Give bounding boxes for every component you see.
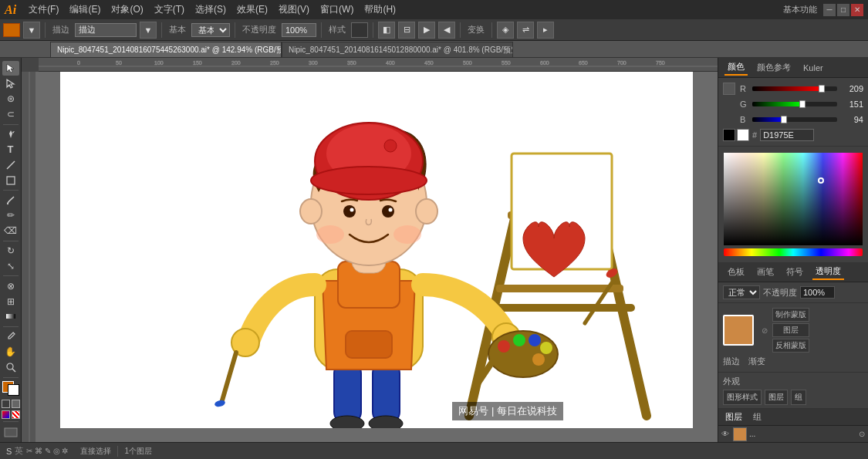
fill-preview[interactable]	[723, 315, 754, 346]
hand-btn[interactable]: ✋	[2, 345, 19, 359]
paintbrush-btn[interactable]	[2, 193, 19, 208]
menu-edit[interactable]: 编辑(E)	[65, 2, 105, 18]
flip-btn[interactable]: ⇌	[517, 22, 534, 39]
svg-text:550: 550	[502, 60, 511, 66]
stroke-input[interactable]	[75, 23, 137, 37]
layers-tab[interactable]: 图层	[723, 410, 745, 424]
svg-point-55	[300, 199, 322, 224]
brush-tab[interactable]: 画笔	[754, 265, 777, 279]
layer-lock-1[interactable]: ⊙	[859, 430, 865, 438]
transparency-tab[interactable]: 透明度	[812, 264, 844, 280]
menu-effect[interactable]: 效果(E)	[232, 2, 272, 18]
illustration	[60, 72, 693, 428]
menu-file[interactable]: 文件(F)	[24, 2, 63, 18]
align-more-btn[interactable]: ◀	[438, 22, 455, 39]
pen-btn[interactable]	[2, 127, 19, 141]
menu-select[interactable]: 选择(S)	[191, 2, 231, 18]
svg-rect-35	[334, 362, 361, 424]
b-slider-row: B 94	[723, 113, 863, 126]
pattern-fill-btn[interactable]	[12, 410, 20, 419]
layers-list: 👁 ... ⊙ 👁 ... ⊙ 👁 ... ⊙	[718, 426, 868, 442]
menu-text[interactable]: 文字(T)	[150, 2, 189, 18]
rect-btn[interactable]	[2, 173, 19, 187]
minimize-button[interactable]: ─	[823, 4, 836, 16]
menu-view[interactable]: 视图(V)	[274, 2, 314, 18]
g-slider[interactable]	[752, 102, 837, 106]
svg-rect-36	[373, 362, 400, 424]
color-gradient-picker[interactable]	[724, 153, 863, 245]
direct-selection-btn[interactable]	[2, 76, 19, 91]
color-preview-box[interactable]	[723, 83, 735, 95]
line-btn[interactable]	[2, 157, 19, 172]
pencil-btn[interactable]: ✏	[2, 208, 19, 223]
white-swatch[interactable]	[737, 129, 749, 141]
gradient-btn[interactable]	[2, 309, 19, 324]
doc-tab-1-label: Nipic_8047451_20140816075445263000.ai* @…	[57, 45, 282, 56]
black-swatch[interactable]	[723, 129, 735, 141]
opacity-value-input[interactable]: 100%	[800, 286, 835, 299]
hue-bar[interactable]	[724, 248, 863, 256]
maximize-button[interactable]: □	[837, 4, 849, 16]
more-btn[interactable]: ▸	[537, 22, 554, 39]
style-btn[interactable]	[351, 22, 368, 38]
rotate-btn[interactable]: ↻	[2, 244, 19, 258]
r-value: 209	[840, 84, 863, 93]
close-button[interactable]: ✕	[851, 4, 863, 16]
svg-point-48	[513, 334, 525, 346]
group-tab[interactable]: 组	[751, 410, 764, 424]
ruler-corner	[22, 58, 39, 72]
eraser-btn[interactable]: ⌫	[2, 224, 19, 238]
stroke-style-select[interactable]: 基本	[191, 23, 230, 37]
menu-window[interactable]: 窗口(W)	[316, 2, 358, 18]
doc-tab-1[interactable]: Nipic_8047451_20140816075445263000.ai* @…	[50, 42, 282, 57]
canvas-area[interactable]: 0 50 100 150 200 250 300 350 400 450 500…	[22, 58, 718, 442]
stroke-more-btn[interactable]: ▼	[140, 22, 157, 39]
kuler-tab[interactable]: Kuler	[800, 62, 826, 74]
svg-point-3	[7, 363, 13, 370]
layer-row-1[interactable]: 👁 ... ⊙	[718, 426, 868, 442]
edit-btn[interactable]: 图层	[772, 323, 809, 337]
make-mask-btn[interactable]: 制作蒙版	[772, 308, 809, 322]
stroke-color-btn[interactable]	[3, 23, 20, 37]
doc-tab-2[interactable]: Nipic_8047451_20140816145012880000.ai* @…	[282, 42, 513, 57]
zoom-btn[interactable]	[2, 360, 19, 375]
mesh-btn[interactable]: ⊞	[2, 294, 19, 309]
align-left-btn[interactable]: ◧	[378, 22, 395, 39]
main-toolbar: ▼ 描边 ▼ 基本 基本 不透明度 样式 ◧ ⊟ ▶ ◀ 变换 ◈ ⇌ ▸	[0, 19, 868, 41]
lasso-btn[interactable]: ⊂	[2, 107, 19, 122]
status-separator	[117, 446, 118, 457]
svg-text:400: 400	[386, 60, 395, 66]
invert-mask-btn[interactable]: 反相蒙版	[772, 339, 809, 353]
stroke-style-btn[interactable]: ▼	[23, 22, 40, 39]
swatch-tab[interactable]: 色板	[724, 265, 748, 279]
hex-input[interactable]	[760, 129, 814, 141]
background-color[interactable]	[8, 384, 19, 396]
b-slider[interactable]	[752, 117, 837, 122]
no-color-btn[interactable]	[12, 400, 20, 408]
layer-visibility-1[interactable]: 👁	[721, 430, 731, 438]
gradient-fill-btn[interactable]	[2, 410, 10, 419]
canvas-viewport[interactable]	[35, 72, 718, 428]
color-tab[interactable]: 颜色	[724, 59, 748, 76]
r-slider[interactable]	[752, 86, 837, 91]
color-boxes[interactable]	[2, 381, 19, 396]
type-btn[interactable]: T	[2, 142, 19, 157]
scale-btn[interactable]: ⤡	[2, 258, 19, 273]
align-center-btn[interactable]: ⊟	[398, 22, 415, 39]
eyedropper-btn[interactable]	[2, 329, 19, 344]
opacity-section: 正常 不透明度 100%	[718, 282, 868, 303]
color-reference-tab[interactable]: 颜色参考	[754, 60, 794, 75]
graphic-style-btn[interactable]: 图形样式	[723, 390, 762, 405]
menu-help[interactable]: 帮助(H)	[360, 2, 400, 18]
color-mode-btn[interactable]	[2, 400, 10, 408]
selection-tool-btn[interactable]	[2, 61, 19, 76]
blend-mode-select[interactable]: 正常	[723, 285, 760, 299]
arrange-btn[interactable]: ◈	[497, 22, 514, 39]
magic-wand-btn[interactable]: ⊛	[2, 92, 19, 106]
align-right-btn[interactable]: ▶	[418, 22, 435, 39]
artboard-btn[interactable]	[2, 424, 19, 439]
symbol-tab[interactable]: 符号	[783, 265, 806, 279]
blend-btn[interactable]: ⊗	[2, 278, 19, 293]
menu-object[interactable]: 对象(O)	[106, 2, 147, 18]
opacity-input[interactable]	[282, 23, 316, 37]
